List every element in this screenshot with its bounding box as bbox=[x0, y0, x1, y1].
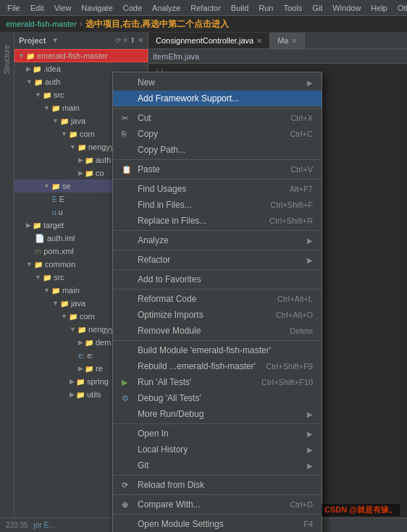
ctx-build-module[interactable]: Build Module 'emerald-fish-master' bbox=[113, 342, 322, 358]
ctx-run-tests[interactable]: ▶ Run 'All Tests' Ctrl+Shift+F10 bbox=[113, 374, 322, 390]
menu-window[interactable]: Window bbox=[328, 2, 365, 14]
debug-icon: ⚙ bbox=[122, 394, 133, 403]
tree-label: nengyy bbox=[88, 325, 114, 334]
ctx-debug-tests[interactable]: ⚙ Debug 'All Tests' bbox=[113, 390, 322, 406]
ctx-separator bbox=[113, 423, 322, 424]
menu-view[interactable]: View bbox=[50, 2, 76, 14]
submenu-arrow: ▶ bbox=[307, 256, 313, 264]
menu-analyze[interactable]: Analyze bbox=[148, 2, 185, 14]
code-tabs: ConsignmentController.java ✕ Ma ✕ bbox=[148, 32, 407, 49]
menu-help[interactable]: Help bbox=[366, 2, 392, 14]
submenu-arrow: ▶ bbox=[307, 237, 313, 245]
breadcrumb-text: 选中项目,右击,再选中第二个点击进入 bbox=[85, 18, 230, 30]
ctx-shortcut: Alt+F7 bbox=[290, 185, 313, 193]
tab-consignment[interactable]: ConsignmentController.java ✕ bbox=[148, 33, 270, 48]
ctx-shortcut: Delete bbox=[290, 326, 313, 335]
menu-navigate[interactable]: Navigate bbox=[77, 2, 117, 14]
menu-run[interactable]: Run bbox=[254, 2, 277, 14]
ctx-git[interactable]: Git ▶ bbox=[113, 457, 322, 473]
ctx-local-history[interactable]: Local History ▶ bbox=[113, 442, 322, 457]
ctx-label: Reload from Disk bbox=[138, 480, 204, 490]
sidebar-settings-icon[interactable]: ≡ bbox=[123, 36, 127, 44]
tree-arrow: ▼ bbox=[43, 287, 50, 294]
tab-ma[interactable]: Ma ✕ bbox=[270, 33, 305, 48]
ctx-separator bbox=[113, 340, 322, 341]
compare-icon: ⊕ bbox=[122, 500, 133, 510]
tree-label: java bbox=[71, 299, 85, 308]
menu-tools[interactable]: Tools bbox=[279, 2, 306, 14]
spring-folder-icon: 📁 bbox=[76, 378, 85, 386]
idea-folder-icon: 📁 bbox=[33, 65, 41, 73]
u-file-icon: u bbox=[52, 208, 56, 216]
tree-label: common bbox=[45, 260, 75, 269]
ctx-label: Add Framework Support... bbox=[138, 93, 239, 104]
ctx-optimize[interactable]: Optimize Imports Ctrl+Alt+O bbox=[113, 307, 322, 323]
ctx-analyze[interactable]: Analyze ▶ bbox=[113, 232, 322, 248]
tree-label: nengyy bbox=[88, 143, 114, 151]
tree-arrow: ▼ bbox=[70, 143, 76, 151]
menu-other[interactable]: Other bbox=[393, 2, 407, 14]
menu-build[interactable]: Build bbox=[227, 2, 253, 14]
tree-label: pom.xml bbox=[43, 247, 74, 256]
tree-label: java bbox=[71, 117, 85, 125]
ctx-shortcut: Ctrl+Alt+O bbox=[276, 311, 313, 319]
tab-close-icon[interactable]: ✕ bbox=[256, 37, 262, 45]
common-folder-icon: 📁 bbox=[34, 261, 43, 269]
ctx-label: Copy bbox=[138, 129, 158, 139]
ctx-open-in[interactable]: Open In ▶ bbox=[113, 426, 322, 442]
tree-label: utils bbox=[87, 390, 101, 399]
ctx-paste[interactable]: 📋 Paste Ctrl+V bbox=[113, 161, 322, 177]
com-folder-icon: 📁 bbox=[69, 130, 77, 138]
ctx-add-framework[interactable]: Add Framework Support... bbox=[113, 90, 322, 106]
ctx-copy-path[interactable]: Copy Path... bbox=[113, 142, 322, 158]
ctx-find-files[interactable]: Find in Files... Ctrl+Shift+F bbox=[113, 197, 322, 213]
item-efm-tab[interactable]: ItemEfm.java bbox=[153, 52, 199, 61]
ctx-reformat[interactable]: Reformat Code Ctrl+Alt+L bbox=[113, 291, 322, 307]
src2-folder-icon: 📁 bbox=[43, 274, 51, 282]
tree-item-root[interactable]: ▼ 📁 emerald-fish-master bbox=[14, 49, 148, 62]
sidebar-sync-icon[interactable]: ⟳ bbox=[115, 36, 121, 44]
tab-close-icon[interactable]: ✕ bbox=[291, 37, 297, 45]
tree-arrow: ▶ bbox=[78, 365, 83, 372]
ctx-label: Find in Files... bbox=[138, 200, 192, 210]
sidebar-dropdown-icon[interactable]: ▼ bbox=[51, 36, 59, 44]
main2-folder-icon: 📁 bbox=[51, 287, 60, 295]
ctx-copy[interactable]: ⎘ Copy Ctrl+C bbox=[113, 126, 322, 142]
ctx-rebuild[interactable]: Rebuild ...emerald-fish-master' Ctrl+Shi… bbox=[113, 358, 322, 374]
ctx-refactor[interactable]: Refactor ▶ bbox=[113, 252, 322, 268]
ctx-separator bbox=[113, 269, 322, 270]
sidebar-collapse-icon[interactable]: ⬆ bbox=[130, 36, 135, 44]
sidebar-close-icon[interactable]: ✕ bbox=[138, 36, 143, 44]
ctx-replace-files[interactable]: Replace in Files... Ctrl+Shift+R bbox=[113, 213, 322, 229]
tree-label: emerald-fish-master bbox=[37, 51, 108, 60]
sidebar-toolbar: ⟳ ≡ ⬆ ✕ bbox=[115, 36, 143, 44]
tree-label: src bbox=[54, 90, 64, 99]
ctx-label: Compare With... bbox=[138, 499, 201, 510]
ctx-shortcut: Ctrl+C bbox=[290, 130, 313, 138]
ctx-reload[interactable]: ⟳ Reload from Disk bbox=[113, 477, 322, 493]
tree-label: src bbox=[54, 273, 64, 282]
menu-refactor[interactable]: Refactor bbox=[186, 2, 225, 14]
menu-code[interactable]: Code bbox=[119, 2, 146, 14]
java-folder-icon: 📁 bbox=[60, 117, 69, 125]
tree-arrow: ▶ bbox=[78, 156, 83, 164]
ctx-compare[interactable]: ⊕ Compare With... Ctrl+D bbox=[113, 497, 322, 512]
ctx-remove-module[interactable]: Remove Module Delete bbox=[113, 323, 322, 339]
ctx-module-settings[interactable]: Open Module Settings F4 bbox=[113, 516, 322, 532]
ctx-new[interactable]: New ▶ bbox=[113, 75, 322, 90]
ctx-find-usages[interactable]: Find Usages Alt+F7 bbox=[113, 181, 322, 197]
menu-edit[interactable]: Edit bbox=[26, 2, 49, 14]
tree-arrow: ▼ bbox=[52, 300, 59, 307]
ctx-add-favorites[interactable]: Add to Favorites bbox=[113, 271, 322, 287]
submenu-arrow: ▶ bbox=[307, 462, 313, 470]
ec-file-icon: e: bbox=[78, 351, 85, 360]
tree-arrow: ▶ bbox=[70, 378, 75, 385]
tab-label: ConsignmentController.java bbox=[156, 36, 253, 45]
menu-git[interactable]: Git bbox=[308, 2, 327, 14]
tree-label: main bbox=[62, 104, 80, 112]
tree-arrow: ▼ bbox=[35, 91, 41, 98]
ctx-cut[interactable]: ✂ Cut Ctrl+X bbox=[113, 110, 322, 126]
ctx-more-run[interactable]: More Run/Debug ▶ bbox=[113, 406, 322, 422]
menu-file[interactable]: File bbox=[3, 2, 25, 14]
tree-arrow: ▼ bbox=[18, 52, 25, 59]
